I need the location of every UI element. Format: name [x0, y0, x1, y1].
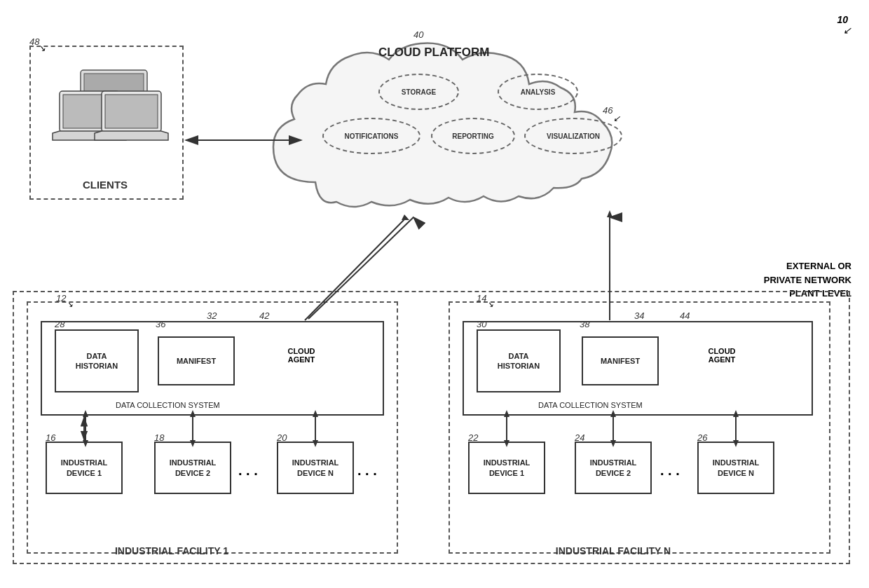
- facility1-label: INDUSTRIAL FACILITY 1: [84, 545, 259, 556]
- ref-24: 24: [575, 432, 584, 443]
- devN-n-box: INDUSTRIALDEVICE N: [697, 442, 774, 494]
- ref-30: 30: [477, 319, 486, 329]
- dev1-1-box: INDUSTRIALDEVICE 1: [46, 442, 123, 494]
- clients-label: CLIENTS: [63, 179, 147, 191]
- ref-14: 14: [477, 293, 486, 303]
- dev1-n-box: INDUSTRIALDEVICE N: [277, 442, 354, 494]
- dev1-2-box: INDUSTRIALDEVICE 2: [154, 442, 231, 494]
- visualization-ellipse: VISUALIZATION: [524, 118, 622, 154]
- facilityN-label: INDUSTRIAL FACILITY N: [519, 545, 708, 556]
- ref-44: 44: [680, 310, 690, 321]
- ref-12: 12: [56, 293, 66, 303]
- dcs1-label: DATA COLLECTION SYSTEM: [116, 401, 220, 409]
- diagram-container: 10 ↙ CLOUD PLATFORM 40 STORAGE ANALYSIS …: [0, 0, 869, 588]
- ref-26: 26: [697, 432, 707, 443]
- ref-18: 18: [154, 432, 164, 443]
- reporting-ellipse: REPORTING: [431, 118, 515, 154]
- dcsN-label: DATA COLLECTION SYSTEM: [538, 401, 643, 409]
- ref-16: 16: [46, 432, 55, 443]
- ref-34: 34: [634, 310, 644, 321]
- ref-28: 28: [55, 319, 64, 329]
- ref-12-arrow: ↘: [67, 300, 73, 309]
- devN-1-box: INDUSTRIALDEVICE 1: [468, 442, 545, 494]
- ref-46: 46: [603, 105, 613, 116]
- cloud-ref: 40: [413, 29, 423, 40]
- dh1-box: DATAHISTORIAN: [55, 329, 139, 392]
- ref-14-arrow: ↘: [487, 300, 493, 309]
- dotsN: . . .: [660, 463, 680, 479]
- devN-2-box: INDUSTRIALDEVICE 2: [575, 442, 652, 494]
- ref-36: 36: [156, 319, 165, 329]
- dhN-box: DATAHISTORIAN: [477, 329, 561, 392]
- analysis-ellipse: ANALYSIS: [498, 74, 578, 110]
- cloud-platform-label: CLOUD PLATFORM: [378, 46, 489, 60]
- dots1b: . . .: [357, 463, 377, 479]
- ref-32: 32: [207, 310, 217, 321]
- ref-22: 22: [468, 432, 478, 443]
- ref-20: 20: [277, 432, 287, 443]
- dots1: . . .: [238, 463, 258, 479]
- ref-46-arrow: ↙: [613, 114, 620, 123]
- ca1-label: CLOUDAGENT: [273, 347, 329, 364]
- main-ref: 10: [837, 14, 848, 25]
- laptops-svg: [42, 56, 172, 165]
- ref-38: 38: [580, 319, 589, 329]
- ref-48-arrow: ↘: [39, 43, 46, 53]
- ref-42: 42: [259, 310, 269, 321]
- manifest1-box: MANIFEST: [158, 336, 235, 385]
- manifestN-box: MANIFEST: [582, 336, 659, 385]
- svg-marker-8: [95, 131, 168, 140]
- arrow-ref: ↙: [843, 25, 851, 36]
- notifications-ellipse: NOTIFICATIONS: [322, 118, 420, 154]
- svg-rect-7: [105, 95, 158, 128]
- caN-label: CLOUDAGENT: [694, 347, 750, 364]
- storage-ellipse: STORAGE: [378, 74, 459, 110]
